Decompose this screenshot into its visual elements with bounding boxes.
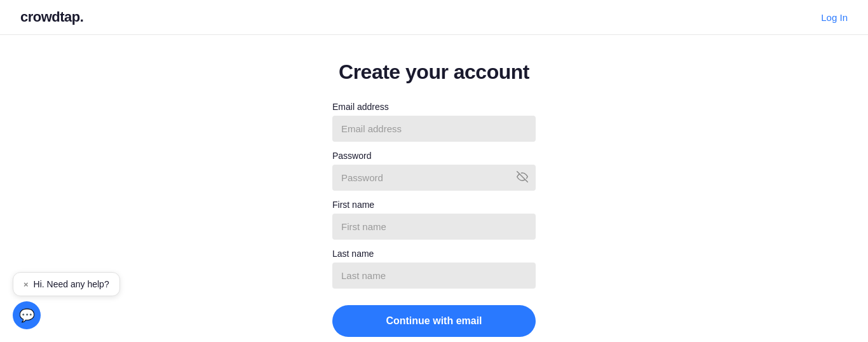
- email-input[interactable]: [332, 116, 536, 142]
- chat-bubble-text: Hi. Need any help?: [34, 279, 109, 289]
- chat-widget: × Hi. Need any help? 💬: [13, 272, 120, 329]
- password-label: Password: [332, 151, 536, 161]
- email-label: Email address: [332, 102, 536, 112]
- registration-form: Email address Password First name: [332, 102, 536, 337]
- password-input[interactable]: [332, 165, 536, 191]
- password-wrapper: [332, 165, 536, 191]
- chat-icon: 💬: [19, 308, 35, 323]
- lastname-field-group: Last name: [332, 249, 536, 289]
- page-title: Create your account: [339, 60, 529, 84]
- lastname-input[interactable]: [332, 263, 536, 289]
- password-field-group: Password: [332, 151, 536, 191]
- main-content: Create your account Email address Passwo…: [0, 35, 868, 337]
- email-field-group: Email address: [332, 102, 536, 142]
- chat-bubble: × Hi. Need any help?: [13, 272, 120, 296]
- firstname-field-group: First name: [332, 200, 536, 240]
- login-link[interactable]: Log In: [821, 12, 848, 23]
- chat-close-button[interactable]: ×: [24, 280, 29, 289]
- header: crowdtap. Log In: [0, 0, 868, 35]
- firstname-input[interactable]: [332, 214, 536, 240]
- lastname-label: Last name: [332, 249, 536, 259]
- toggle-password-icon[interactable]: [517, 171, 528, 184]
- firstname-label: First name: [332, 200, 536, 210]
- continue-button[interactable]: Continue with email: [332, 305, 536, 337]
- logo: crowdtap.: [20, 9, 83, 25]
- chat-avatar-button[interactable]: 💬: [13, 301, 41, 329]
